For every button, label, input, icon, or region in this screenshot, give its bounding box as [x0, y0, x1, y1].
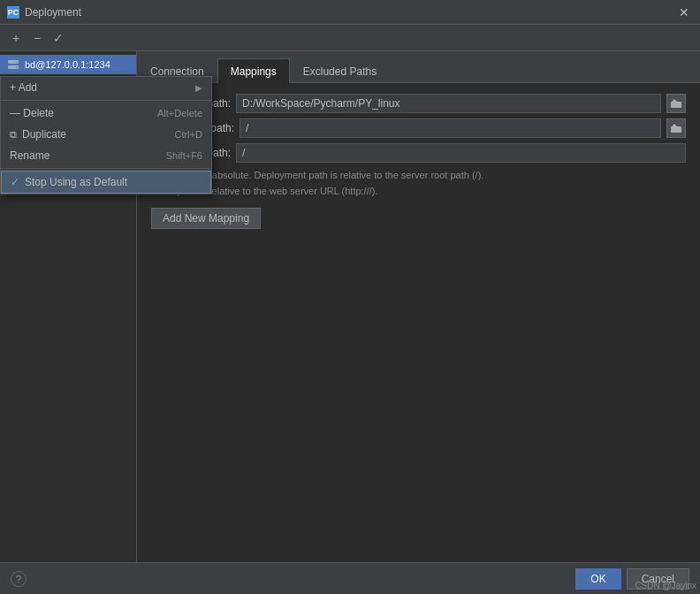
content-area: Connection Mappings Excluded Paths Local… [137, 51, 700, 562]
toolbar: + − ✓ [0, 25, 700, 51]
server-icon [7, 58, 19, 71]
ok-button[interactable]: OK [575, 568, 620, 590]
web-path-input[interactable] [236, 143, 686, 163]
deployment-path-input[interactable] [240, 118, 661, 138]
stop-default-label: Stop Using as Default [25, 176, 127, 188]
sidebar-item-label: bd@127.0.0.1:1234 [25, 59, 110, 70]
deployment-path-row: Deployment path: [151, 118, 686, 138]
svg-rect-5 [671, 126, 681, 133]
delete-shortcut: Alt+Delete [157, 108, 202, 118]
svg-rect-4 [671, 102, 681, 108]
main-layout: bd@127.0.0.1:1234 + Add ▶ — Delete Alt+D… [0, 51, 700, 562]
web-path-row: Web path: [151, 143, 686, 163]
svg-point-3 [16, 66, 18, 68]
menu-item-delete[interactable]: — Delete Alt+Delete [1, 103, 211, 124]
local-path-input[interactable] [236, 94, 661, 113]
menu-item-stop-default[interactable]: ✓ Stop Using as Default [1, 171, 211, 194]
tabs: Connection Mappings Excluded Paths [137, 51, 700, 83]
menu-separator-2 [1, 168, 211, 169]
svg-point-2 [16, 61, 18, 63]
deployment-path-browse-button[interactable] [666, 118, 686, 138]
watermark: CSDN @Jayinx [635, 581, 696, 590]
confirm-button[interactable]: ✓ [49, 29, 67, 47]
sidebar: bd@127.0.0.1:1234 + Add ▶ — Delete Alt+D… [0, 51, 137, 562]
title-bar-left: PC Deployment [7, 6, 81, 19]
menu-item-add[interactable]: + Add ▶ [1, 77, 211, 98]
duplicate-shortcut: Ctrl+D [175, 129, 202, 140]
menu-item-rename[interactable]: Rename Shift+F6 [1, 145, 211, 166]
local-path-browse-button[interactable] [666, 94, 686, 113]
bottom-bar: ? OK Cancel [0, 562, 700, 594]
help-button[interactable]: ? [11, 571, 27, 587]
duplicate-icon: ⧉ [10, 129, 17, 141]
close-button[interactable]: ✕ [675, 5, 693, 19]
tab-excluded-paths[interactable]: Excluded Paths [290, 58, 390, 83]
check-icon: ✓ [11, 176, 19, 188]
mappings-panel: Local path: Deployment path: Web path: [137, 83, 700, 562]
context-menu: + Add ▶ — Delete Alt+Delete ⧉ Duplicate … [0, 76, 212, 194]
local-path-row: Local path: [151, 94, 686, 113]
window-title: Deployment [25, 6, 81, 19]
add-new-mapping-button[interactable]: Add New Mapping [151, 208, 261, 229]
rename-shortcut: Shift+F6 [166, 150, 202, 161]
menu-separator-1 [1, 100, 211, 101]
menu-item-duplicate[interactable]: ⧉ Duplicate Ctrl+D [1, 124, 211, 145]
add-button[interactable]: + [7, 29, 25, 47]
info-text: Local path is absolute. Deployment path … [151, 168, 686, 199]
title-bar: PC Deployment ✕ [0, 0, 700, 25]
info-line1: Local path is absolute. Deployment path … [155, 168, 686, 184]
remove-button[interactable]: − [28, 29, 46, 47]
info-line2: Web path is relative to the web server U… [155, 184, 686, 200]
submenu-arrow: ▶ [195, 83, 202, 93]
sidebar-item-server[interactable]: bd@127.0.0.1:1234 [0, 55, 136, 74]
tab-mappings[interactable]: Mappings [217, 58, 290, 83]
app-icon: PC [7, 6, 19, 19]
